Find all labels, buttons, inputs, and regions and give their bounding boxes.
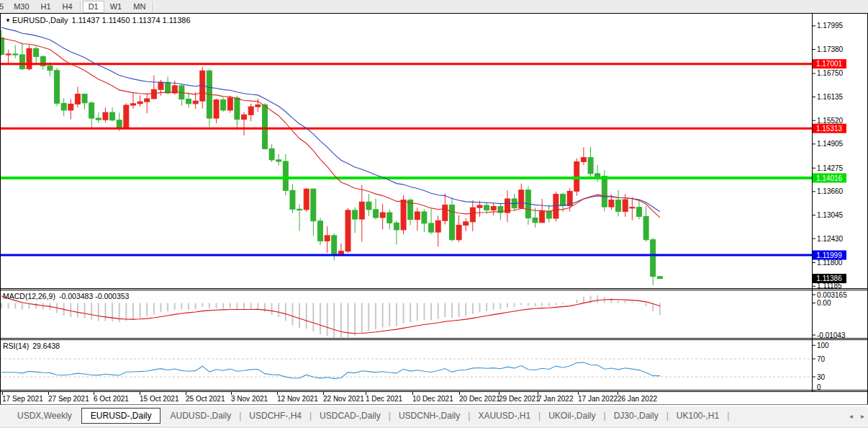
- candle-body[interactable]: [89, 103, 94, 118]
- candle-body[interactable]: [158, 82, 163, 89]
- candle-body[interactable]: [456, 226, 461, 240]
- candle-body[interactable]: [325, 236, 330, 241]
- candle-body[interactable]: [235, 98, 240, 120]
- symbol-tab-audusd[interactable]: AUDUSD-,Daily: [163, 408, 238, 424]
- candle-body[interactable]: [546, 211, 551, 218]
- candle-body[interactable]: [380, 213, 385, 218]
- candle-body[interactable]: [477, 205, 482, 208]
- candle-body[interactable]: [82, 94, 87, 103]
- candle-body[interactable]: [186, 99, 191, 104]
- timeframe-button-h1[interactable]: H1: [35, 1, 57, 12]
- candle-body[interactable]: [657, 277, 662, 279]
- candle-body[interactable]: [574, 162, 579, 192]
- candle-body[interactable]: [13, 54, 18, 55]
- candle-body[interactable]: [415, 212, 420, 220]
- candle-body[interactable]: [117, 120, 122, 129]
- candle-body[interactable]: [470, 208, 475, 222]
- candle-body[interactable]: [317, 221, 322, 241]
- candle-body[interactable]: [581, 158, 586, 162]
- candle-body[interactable]: [595, 174, 600, 177]
- candle-body[interactable]: [540, 211, 545, 222]
- symbol-tab-uk100[interactable]: UK100-,H1: [669, 408, 726, 424]
- candle-body[interactable]: [374, 210, 379, 218]
- tab-scroll-right-icon[interactable]: ▸: [861, 412, 864, 420]
- candle-body[interactable]: [345, 210, 351, 251]
- candle-body[interactable]: [519, 190, 524, 208]
- candle-body[interactable]: [297, 209, 302, 210]
- candle-body[interactable]: [269, 148, 274, 159]
- candle-body[interactable]: [124, 105, 129, 128]
- candle-body[interactable]: [214, 100, 219, 118]
- candle-body[interactable]: [75, 94, 80, 104]
- candle-body[interactable]: [602, 177, 607, 207]
- candle-body[interactable]: [630, 208, 635, 208]
- candle-body[interactable]: [533, 218, 538, 222]
- timeframe-button-mn[interactable]: MN: [127, 1, 151, 12]
- candle-body[interactable]: [353, 210, 358, 219]
- candle-body[interactable]: [332, 236, 337, 255]
- candle-body[interactable]: [130, 104, 135, 105]
- candle-body[interactable]: [491, 207, 496, 210]
- candle-body[interactable]: [387, 213, 392, 223]
- candle-body[interactable]: [221, 100, 226, 110]
- candle-body[interactable]: [34, 48, 39, 56]
- candle-body[interactable]: [103, 112, 108, 120]
- candle-body[interactable]: [110, 112, 115, 120]
- symbol-tab-ukoil[interactable]: UKOil-,Daily: [541, 408, 602, 424]
- candle-body[interactable]: [283, 161, 288, 190]
- candle-body[interactable]: [623, 200, 628, 211]
- timeframe-button-h4[interactable]: H4: [57, 1, 78, 12]
- candle-body[interactable]: [242, 115, 247, 119]
- candle-body[interactable]: [290, 190, 295, 209]
- candle-body[interactable]: [561, 195, 566, 206]
- symbol-tab-dj30[interactable]: DJ30-,Daily: [607, 408, 666, 424]
- tab-scroll-left-icon[interactable]: ◂: [849, 412, 853, 420]
- candle-body[interactable]: [484, 205, 489, 210]
- candle-body[interactable]: [48, 66, 53, 70]
- candle-body[interactable]: [311, 189, 316, 221]
- chart-canvas[interactable]: 1.179951.173801.167501.161351.155201.149…: [0, 0, 868, 428]
- candle-body[interactable]: [166, 82, 171, 93]
- symbol-tab-usdcnh[interactable]: USDCNH-,Daily: [392, 408, 467, 424]
- candle-body[interactable]: [359, 202, 364, 219]
- timeframe-button-m30[interactable]: M30: [8, 1, 35, 12]
- candle-body[interactable]: [443, 205, 448, 220]
- candle-body[interactable]: [248, 107, 253, 115]
- symbol-tab-eurusd[interactable]: EURUSD-,Daily: [81, 408, 161, 424]
- candle-body[interactable]: [61, 103, 66, 110]
- candle-body[interactable]: [609, 200, 614, 208]
- candle-body[interactable]: [262, 104, 267, 148]
- candle-body[interactable]: [193, 101, 198, 104]
- candle-body[interactable]: [55, 71, 60, 104]
- candle-body[interactable]: [96, 118, 101, 120]
- candle-body[interactable]: [227, 98, 232, 110]
- candle-body[interactable]: [151, 89, 156, 99]
- candle-body[interactable]: [304, 189, 309, 210]
- timeframe-button-w1[interactable]: W1: [104, 1, 128, 12]
- candle-body[interactable]: [616, 200, 621, 212]
- candle-body[interactable]: [366, 202, 371, 210]
- candle-body[interactable]: [276, 160, 281, 161]
- candle-body[interactable]: [588, 158, 593, 174]
- timeframe-button-5[interactable]: 5: [0, 1, 8, 12]
- symbol-tab-usdx[interactable]: USDX,Weekly: [10, 408, 79, 424]
- candle-body[interactable]: [6, 54, 11, 55]
- candle-body[interactable]: [636, 208, 641, 217]
- symbol-tab-usdcad[interactable]: USDCAD-,Daily: [312, 408, 388, 424]
- candle-body[interactable]: [19, 55, 24, 69]
- candle-body[interactable]: [553, 195, 559, 218]
- timeframe-button-d1[interactable]: D1: [83, 1, 104, 13]
- symbol-tab-usdchf[interactable]: USDCHF-,H4: [242, 408, 309, 424]
- candle-body[interactable]: [651, 240, 656, 277]
- candle-body[interactable]: [394, 223, 399, 230]
- candle-body[interactable]: [464, 222, 469, 226]
- candle-body[interactable]: [429, 223, 434, 232]
- candle-body[interactable]: [435, 220, 440, 232]
- candle-body[interactable]: [422, 212, 427, 223]
- candle-body[interactable]: [643, 216, 648, 239]
- candle-body[interactable]: [137, 102, 143, 104]
- candle-body[interactable]: [401, 200, 406, 230]
- candle-body[interactable]: [256, 104, 261, 107]
- candle-body[interactable]: [145, 99, 150, 102]
- candle-body[interactable]: [27, 48, 32, 68]
